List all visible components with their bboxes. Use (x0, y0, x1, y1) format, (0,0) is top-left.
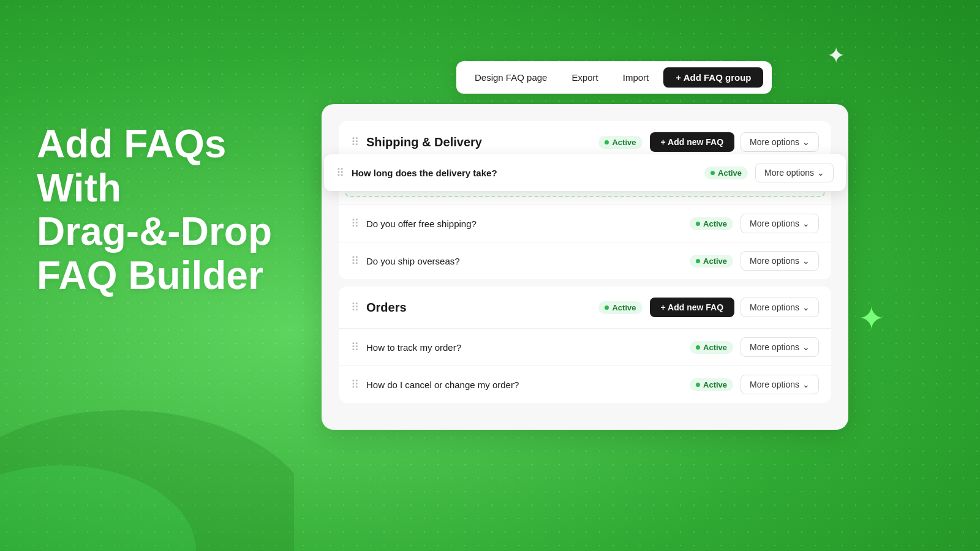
group-title-orders: Orders (366, 301, 591, 315)
status-badge-delivery: Active (704, 167, 748, 179)
more-options-orders-button[interactable]: More options ⌄ (741, 298, 819, 317)
drag-handle-overseas[interactable]: ⠿ (351, 255, 359, 266)
drag-handle-orders[interactable]: ⠿ (351, 302, 359, 313)
toolbar: Design FAQ page Export Import + Add FAQ … (456, 61, 772, 94)
faq-panel: ⠿ Shipping & Delivery Active + Add new F… (322, 104, 848, 430)
hero-line2: With (37, 167, 272, 211)
more-options-free-shipping-label: More options (750, 219, 799, 228)
faq-question-free-shipping: Do you offer free shipping? (366, 219, 682, 229)
more-options-cancel-order-label: More options (750, 380, 799, 389)
chevron-down-icon-track-order: ⌄ (802, 342, 810, 352)
badge-label-orders: Active (612, 303, 636, 312)
badge-dot-free-shipping (696, 222, 700, 226)
drag-handle-delivery[interactable]: ⠿ (336, 167, 344, 178)
status-badge-free-shipping: Active (690, 217, 733, 230)
drag-handle-track-order[interactable]: ⠿ (351, 342, 359, 353)
drag-handle-shipping[interactable]: ⠿ (351, 137, 359, 148)
more-options-track-order-label: More options (750, 342, 799, 352)
faq-question-delivery: How long does the delivery take? (352, 168, 697, 178)
design-faq-page-button[interactable]: Design FAQ page (465, 69, 557, 86)
hero-line1: Add FAQs (37, 122, 272, 167)
badge-dot-delivery (710, 171, 715, 175)
group-title-shipping: Shipping & Delivery (366, 135, 591, 149)
more-options-track-order-button[interactable]: More options ⌄ (741, 337, 819, 357)
faq-question-cancel-order: How do I cancel or change my order? (366, 380, 682, 390)
more-options-delivery-label: More options (764, 168, 814, 178)
hero-line3: Drag-&-Drop (37, 210, 272, 254)
faq-item-free-shipping: ⠿ Do you offer free shipping? Active Mor… (339, 204, 831, 242)
group-actions-shipping: + Add new FAQ More options ⌄ (650, 132, 819, 152)
status-badge-overseas: Active (690, 255, 733, 268)
faq-group-orders-header: ⠿ Orders Active + Add new FAQ More optio… (339, 287, 831, 328)
faq-group-orders: ⠿ Orders Active + Add new FAQ More optio… (339, 287, 831, 403)
more-options-overseas-button[interactable]: More options ⌄ (741, 251, 819, 271)
more-options-cancel-order-button[interactable]: More options ⌄ (741, 375, 819, 394)
chevron-down-icon-orders: ⌄ (802, 302, 810, 312)
chevron-down-icon-delivery: ⌄ (817, 168, 824, 178)
add-new-faq-orders-button[interactable]: + Add new FAQ (650, 298, 735, 317)
badge-label-overseas: Active (703, 257, 727, 266)
status-badge-shipping: Active (598, 136, 642, 149)
faq-group-shipping: ⠿ Shipping & Delivery Active + Add new F… (339, 121, 831, 279)
deco-wave (0, 337, 294, 551)
import-button[interactable]: Import (613, 69, 659, 86)
drag-handle-cancel-order[interactable]: ⠿ (351, 379, 359, 390)
hero-line4: FAQ Builder (37, 254, 272, 298)
chevron-down-icon-overseas: ⌄ (802, 256, 810, 266)
export-button[interactable]: Export (562, 69, 608, 86)
status-badge-track-order: Active (690, 341, 733, 354)
add-faq-group-button[interactable]: + Add FAQ group (663, 67, 763, 88)
faq-item-cancel-order: ⠿ How do I cancel or change my order? Ac… (339, 365, 831, 403)
sparkle-top-icon: ✦ (827, 43, 845, 69)
badge-label-shipping: Active (612, 138, 636, 147)
more-options-shipping-label: More options (750, 137, 799, 147)
more-options-orders-label: More options (750, 302, 799, 312)
chevron-down-icon-free-shipping: ⌄ (802, 219, 810, 228)
more-options-delivery-button[interactable]: More options ⌄ (755, 163, 834, 182)
more-options-shipping-button[interactable]: More options ⌄ (741, 132, 819, 152)
badge-dot-track-order (696, 345, 700, 350)
badge-dot-orders (605, 305, 609, 310)
badge-dot-shipping (605, 140, 609, 144)
more-options-free-shipping-button[interactable]: More options ⌄ (741, 214, 819, 233)
chevron-down-icon-cancel-order: ⌄ (802, 380, 810, 389)
faq-question-track-order: How to track my order? (366, 342, 682, 353)
badge-dot-cancel-order (696, 383, 700, 387)
faq-items-shipping: ⠿ Do you offer free shipping? Active Mor… (339, 204, 831, 279)
badge-label-track-order: Active (703, 343, 727, 352)
badge-dot-overseas (696, 259, 700, 263)
hero-text: Add FAQs With Drag-&-Drop FAQ Builder (37, 122, 272, 298)
faq-item-dragging: ⠿ How long does the delivery take? Activ… (324, 154, 846, 191)
faq-question-overseas: Do you ship overseas? (366, 256, 682, 266)
badge-label-free-shipping: Active (703, 219, 727, 228)
more-options-overseas-label: More options (750, 256, 799, 266)
faq-item-overseas: ⠿ Do you ship overseas? Active More opti… (339, 242, 831, 279)
drag-handle-free-shipping[interactable]: ⠿ (351, 218, 359, 229)
faq-item-track-order: ⠿ How to track my order? Active More opt… (339, 328, 831, 365)
status-badge-cancel-order: Active (690, 378, 733, 391)
badge-label-delivery: Active (718, 168, 742, 178)
add-new-faq-shipping-button[interactable]: + Add new FAQ (650, 132, 735, 152)
faq-items-orders: ⠿ How to track my order? Active More opt… (339, 328, 831, 403)
badge-label-cancel-order: Active (703, 380, 727, 389)
sparkle-bottom-icon: ✦ (858, 300, 885, 337)
status-badge-orders: Active (598, 301, 642, 314)
chevron-down-icon-shipping: ⌄ (802, 137, 810, 147)
group-actions-orders: + Add new FAQ More options ⌄ (650, 298, 819, 317)
